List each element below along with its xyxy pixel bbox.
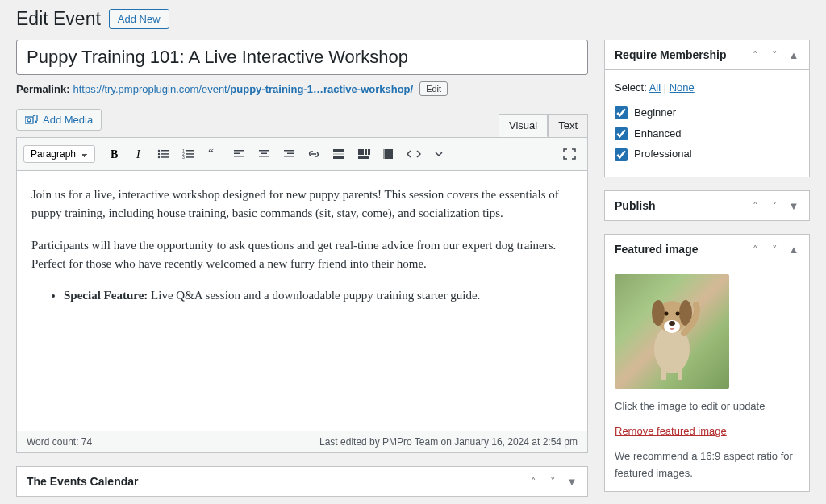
align-left-icon[interactable] (227, 143, 250, 165)
chevron-up-icon[interactable]: ˄ (749, 49, 761, 61)
svg-rect-14 (186, 153, 194, 155)
block-icon[interactable] (378, 143, 400, 165)
membership-level-row[interactable]: Beginner (615, 105, 799, 122)
add-media-button[interactable]: Add Media (16, 109, 102, 131)
align-center-icon[interactable] (252, 143, 275, 165)
chevron-down-icon[interactable]: ˅ (769, 200, 780, 212)
svg-rect-31 (361, 149, 364, 152)
permalink-slug[interactable]: puppy-training-1…ractive-workshop/ (230, 83, 413, 95)
svg-rect-16 (186, 156, 194, 158)
event-title-input[interactable] (16, 40, 588, 75)
events-calendar-title: The Events Calendar (27, 475, 139, 488)
toolbar-toggle-icon[interactable] (353, 143, 375, 165)
tab-visual[interactable]: Visual (499, 114, 548, 137)
edit-permalink-button[interactable]: Edit (419, 81, 448, 96)
numbered-list-icon[interactable]: 123 (177, 143, 200, 165)
svg-rect-28 (333, 154, 344, 155)
svg-rect-27 (333, 149, 344, 152)
camera-music-icon (25, 115, 38, 126)
add-new-button[interactable]: Add New (109, 9, 169, 29)
tab-text[interactable]: Text (548, 114, 588, 137)
svg-rect-38 (358, 156, 369, 159)
word-count: Word count: 74 (27, 436, 92, 448)
chevron-down-icon[interactable] (428, 143, 450, 165)
permalink-base[interactable]: https://try.pmproplugin.com/event/ (73, 83, 230, 95)
last-edited: Last edited by PMPro Team on January 16,… (319, 436, 578, 448)
svg-rect-40 (383, 149, 385, 159)
italic-icon[interactable]: I (127, 143, 150, 165)
read-more-icon[interactable] (327, 143, 350, 165)
svg-text:I: I (136, 148, 141, 160)
select-label: Select: (615, 81, 647, 94)
membership-checkbox[interactable] (615, 106, 628, 119)
remove-featured-image-link[interactable]: Remove featured image (615, 423, 727, 440)
svg-text:3: 3 (182, 155, 185, 160)
select-none-link[interactable]: None (670, 81, 695, 94)
membership-title: Require Membership (615, 48, 726, 61)
arrow-down-icon[interactable]: ▼ (566, 476, 578, 488)
membership-level-row[interactable]: Enhanced (615, 126, 799, 143)
svg-point-1 (27, 119, 31, 122)
permalink-label: Permalink: (16, 83, 69, 95)
svg-rect-49 (661, 367, 666, 380)
svg-point-43 (652, 300, 665, 326)
arrow-up-icon[interactable]: ▲ (788, 49, 799, 61)
select-all-link[interactable]: All (649, 81, 661, 94)
svg-point-9 (158, 156, 160, 158)
svg-rect-23 (259, 156, 269, 157)
arrow-up-icon[interactable]: ▲ (788, 244, 799, 256)
bullet-list-icon[interactable] (152, 143, 175, 165)
featured-image-thumbnail[interactable] (615, 274, 729, 389)
svg-rect-6 (161, 150, 169, 152)
svg-point-5 (158, 150, 160, 152)
svg-rect-18 (234, 150, 244, 152)
link-icon[interactable] (302, 143, 325, 165)
svg-text:“: “ (208, 148, 214, 160)
svg-rect-39 (385, 149, 393, 159)
featured-caption: Click the image to edit or update (615, 398, 799, 415)
svg-rect-19 (234, 153, 240, 155)
bold-icon[interactable]: B (102, 143, 125, 165)
svg-point-47 (665, 312, 669, 316)
svg-rect-33 (368, 149, 370, 152)
svg-text:B: B (111, 148, 118, 160)
content-paragraph: Join us for a live, interactive workshop… (31, 185, 573, 223)
svg-rect-21 (259, 150, 269, 152)
editor-toolbar: Paragraph B I 123 “ (16, 137, 588, 171)
membership-level-row[interactable]: Professional (615, 146, 799, 163)
code-icon[interactable] (403, 143, 425, 165)
add-media-label: Add Media (43, 114, 93, 126)
svg-rect-36 (365, 152, 367, 155)
chevron-down-icon[interactable]: ˅ (547, 476, 558, 488)
svg-point-7 (158, 153, 160, 155)
svg-rect-26 (284, 156, 294, 157)
chevron-up-icon[interactable]: ˄ (749, 200, 761, 212)
content-paragraph: Participants will have the opportunity t… (31, 236, 573, 274)
editor-content[interactable]: Join us for a live, interactive workshop… (16, 171, 588, 431)
membership-checkbox[interactable] (615, 148, 628, 161)
svg-point-2 (35, 120, 37, 123)
svg-rect-10 (161, 156, 169, 158)
featured-caption: We recommend a 16:9 aspect ratio for fea… (615, 448, 799, 482)
format-select[interactable]: Paragraph (23, 145, 95, 163)
svg-rect-37 (368, 152, 370, 155)
chevron-down-icon[interactable]: ˅ (769, 244, 780, 256)
chevron-up-icon[interactable]: ˄ (749, 244, 761, 256)
svg-rect-50 (678, 367, 682, 380)
page-title: Edit Event (16, 8, 101, 30)
publish-title: Publish (615, 199, 656, 212)
arrow-down-icon[interactable]: ▼ (788, 200, 799, 212)
svg-point-48 (676, 312, 680, 316)
svg-rect-29 (333, 156, 344, 159)
membership-checkbox[interactable] (615, 127, 628, 140)
quote-icon[interactable]: “ (202, 143, 225, 165)
svg-rect-35 (361, 152, 364, 155)
content-list-item: Special Feature: Live Q&A session and a … (64, 286, 573, 305)
svg-rect-8 (161, 153, 169, 155)
align-right-icon[interactable] (277, 143, 300, 165)
fullscreen-icon[interactable] (558, 143, 581, 165)
chevron-up-icon[interactable]: ˄ (528, 476, 539, 488)
svg-rect-20 (234, 156, 244, 157)
chevron-down-icon[interactable]: ˅ (769, 49, 780, 61)
svg-rect-24 (284, 150, 294, 152)
